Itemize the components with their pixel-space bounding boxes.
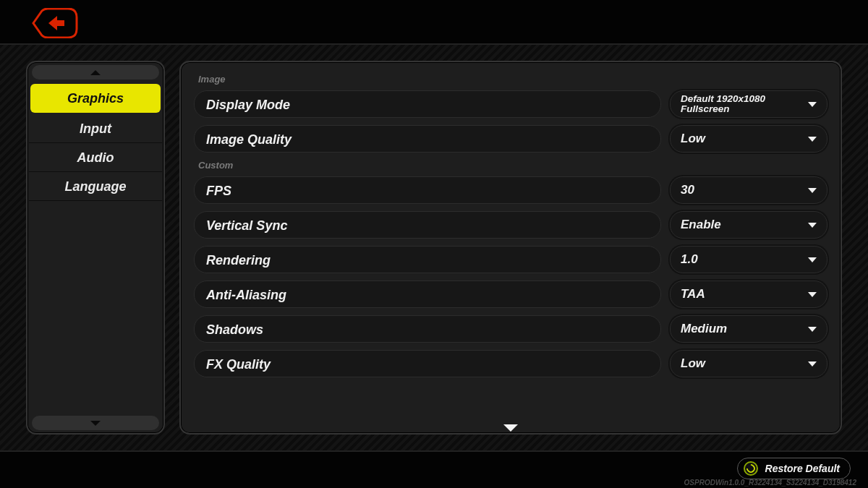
row-rendering: Rendering 1.0 bbox=[194, 246, 827, 273]
value-display-mode: Default 1920x1080 Fullscreen bbox=[681, 94, 765, 114]
restore-icon bbox=[744, 461, 758, 476]
value-vsync: Enable bbox=[681, 218, 721, 231]
main-area: Graphics Input Audio Language Image Disp… bbox=[0, 45, 868, 450]
label-display-mode: Display Mode bbox=[194, 90, 661, 118]
chevron-down-icon bbox=[808, 257, 817, 262]
select-image-quality[interactable]: Low bbox=[670, 125, 827, 153]
row-fx-quality: FX Quality Low bbox=[194, 350, 827, 377]
value-rendering: 1.0 bbox=[681, 253, 698, 266]
version-text: OSPRODWin1.0.0_R3224134_S3224134_D319841… bbox=[684, 479, 856, 487]
sidebar-scroll-up[interactable] bbox=[32, 65, 159, 80]
value-fps: 30 bbox=[681, 184, 694, 197]
label-fps: FPS bbox=[194, 176, 661, 204]
chevron-down-icon bbox=[808, 223, 817, 228]
chevron-down-icon bbox=[808, 361, 817, 367]
select-shadows[interactable]: Medium bbox=[670, 315, 827, 343]
bottom-bar: Restore Default OSPRODWin1.0.0_R3224134_… bbox=[0, 450, 868, 488]
select-display-mode[interactable]: Default 1920x1080 Fullscreen bbox=[670, 90, 827, 118]
chevron-down-icon bbox=[808, 327, 817, 332]
sidebar-item-audio[interactable]: Audio bbox=[29, 143, 162, 172]
value-shadows: Medium bbox=[681, 322, 727, 335]
chevron-up-icon bbox=[90, 70, 101, 75]
label-shadows: Shadows bbox=[194, 315, 661, 343]
value-anti-aliasing: TAA bbox=[681, 288, 705, 301]
select-fps[interactable]: 30 bbox=[670, 176, 827, 204]
back-button[interactable] bbox=[27, 8, 78, 38]
select-fx-quality[interactable]: Low bbox=[670, 350, 827, 377]
restore-default-button[interactable]: Restore Default bbox=[737, 458, 851, 479]
row-fps: FPS 30 bbox=[194, 176, 827, 204]
settings-panel: Image Display Mode Default 1920x1080 Ful… bbox=[179, 61, 842, 435]
content-scroll-down[interactable] bbox=[503, 424, 518, 432]
row-anti-aliasing: Anti-Aliasing TAA bbox=[194, 281, 827, 308]
value-image-quality: Low bbox=[681, 132, 705, 145]
sidebar-scroll-down[interactable] bbox=[32, 416, 159, 430]
row-shadows: Shadows Medium bbox=[194, 315, 827, 343]
top-bar bbox=[0, 0, 868, 45]
label-rendering: Rendering bbox=[194, 246, 661, 273]
restore-default-label: Restore Default bbox=[765, 463, 840, 474]
label-image-quality: Image Quality bbox=[194, 125, 661, 153]
row-vsync: Vertical Sync Enable bbox=[194, 211, 827, 239]
row-display-mode: Display Mode Default 1920x1080 Fullscree… bbox=[194, 90, 827, 118]
label-anti-aliasing: Anti-Aliasing bbox=[194, 281, 661, 308]
label-vsync: Vertical Sync bbox=[194, 211, 661, 239]
select-vsync[interactable]: Enable bbox=[670, 211, 827, 239]
value-fx-quality: Low bbox=[681, 357, 705, 370]
chevron-down-icon bbox=[90, 421, 101, 426]
label-fx-quality: FX Quality bbox=[194, 350, 661, 377]
settings-sidebar: Graphics Input Audio Language bbox=[26, 61, 165, 435]
section-image-header: Image bbox=[198, 74, 827, 85]
chevron-down-icon bbox=[808, 137, 817, 142]
back-icon bbox=[27, 8, 78, 38]
sidebar-nav-list: Graphics Input Audio Language bbox=[27, 82, 163, 201]
select-anti-aliasing[interactable]: TAA bbox=[670, 281, 827, 308]
sidebar-item-language[interactable]: Language bbox=[29, 172, 162, 201]
chevron-down-icon bbox=[808, 102, 817, 107]
select-rendering[interactable]: 1.0 bbox=[670, 246, 827, 273]
chevron-down-icon bbox=[808, 292, 817, 297]
sidebar-item-graphics[interactable]: Graphics bbox=[30, 84, 161, 113]
section-custom-header: Custom bbox=[198, 160, 827, 171]
chevron-down-icon bbox=[808, 188, 817, 193]
sidebar-item-input[interactable]: Input bbox=[29, 114, 162, 143]
row-image-quality: Image Quality Low bbox=[194, 125, 827, 153]
